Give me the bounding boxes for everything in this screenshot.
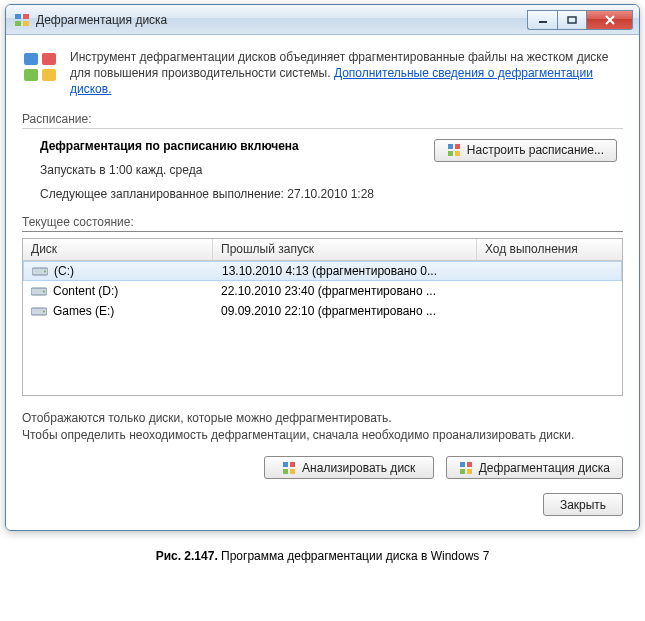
hint-block: Отображаются только диски, которые можно… — [22, 410, 623, 445]
drive-icon — [31, 305, 47, 317]
table-row[interactable]: Games (E:) 09.09.2010 22:10 (фрагментиро… — [23, 301, 622, 321]
analyze-button[interactable]: Анализировать диск — [264, 456, 434, 479]
disk-last-run: 13.10.2010 4:13 (фрагментировано 0... — [214, 264, 478, 278]
svg-rect-10 — [448, 144, 453, 149]
maximize-button[interactable] — [557, 10, 587, 30]
svg-rect-2 — [15, 21, 21, 26]
defrag-large-icon — [22, 49, 58, 85]
svg-point-17 — [43, 290, 45, 292]
svg-rect-9 — [42, 69, 56, 81]
svg-rect-12 — [448, 151, 453, 156]
table-row[interactable]: (C:) 13.10.2010 4:13 (фрагментировано 0.… — [23, 261, 622, 281]
disk-last-run: 22.10.2010 23:40 (фрагментировано ... — [213, 284, 477, 298]
intro-block: Инструмент дефрагментации дисков объедин… — [22, 49, 623, 98]
schedule-info: Дефрагментация по расписанию включена За… — [40, 139, 424, 211]
hint-line-1: Отображаются только диски, которые можно… — [22, 410, 623, 427]
intro-text: Инструмент дефрагментации дисков объедин… — [70, 49, 623, 98]
close-button[interactable] — [587, 10, 633, 30]
table-row[interactable]: Content (D:) 22.10.2010 23:40 (фрагменти… — [23, 281, 622, 301]
disk-name: Games (E:) — [53, 304, 114, 318]
svg-rect-24 — [460, 462, 465, 467]
action-row: Анализировать диск Дефрагментация диска — [22, 456, 623, 479]
svg-rect-21 — [290, 462, 295, 467]
analyze-label: Анализировать диск — [302, 461, 415, 475]
svg-rect-1 — [23, 14, 29, 19]
caption-label: Рис. 2.147. — [156, 549, 218, 563]
schedule-title: Дефрагментация по расписанию включена — [40, 139, 424, 153]
svg-rect-26 — [460, 469, 465, 474]
window-title: Дефрагментация диска — [36, 13, 527, 27]
svg-rect-7 — [42, 53, 56, 65]
svg-rect-13 — [455, 151, 460, 156]
configure-schedule-button[interactable]: Настроить расписание... — [434, 139, 617, 162]
client-area: Инструмент дефрагментации дисков объедин… — [6, 35, 639, 530]
svg-rect-3 — [23, 21, 29, 26]
svg-point-19 — [43, 310, 45, 312]
svg-rect-6 — [24, 53, 38, 65]
defrag-mini-icon — [447, 143, 461, 157]
schedule-run-line: Запускать в 1:00 кажд. среда — [40, 163, 424, 177]
svg-rect-11 — [455, 144, 460, 149]
defrag-label: Дефрагментация диска — [479, 461, 610, 475]
defrag-mini-icon — [459, 461, 473, 475]
svg-rect-5 — [568, 17, 576, 23]
hint-line-2: Чтобы определить неоходимость дефрагмент… — [22, 427, 623, 444]
defrag-button[interactable]: Дефрагментация диска — [446, 456, 623, 479]
figure-caption: Рис. 2.147. Программа дефрагментации дис… — [0, 549, 645, 563]
defrag-app-icon — [14, 12, 30, 28]
defrag-window: Дефрагментация диска — [5, 4, 640, 531]
close-dialog-button[interactable]: Закрыть — [543, 493, 623, 516]
disk-last-run: 09.09.2010 22:10 (фрагментировано ... — [213, 304, 477, 318]
svg-rect-25 — [467, 462, 472, 467]
col-header-disk[interactable]: Диск — [23, 239, 213, 260]
minimize-button[interactable] — [527, 10, 557, 30]
schedule-next-line: Следующее запланированное выполнение: 27… — [40, 187, 424, 201]
schedule-row: Дефрагментация по расписанию включена За… — [40, 139, 617, 211]
col-header-last[interactable]: Прошлый запуск — [213, 239, 477, 260]
drive-icon — [31, 285, 47, 297]
schedule-section-label: Расписание: — [22, 112, 623, 129]
svg-point-15 — [44, 270, 46, 272]
svg-rect-4 — [539, 21, 547, 23]
col-header-progress[interactable]: Ход выполнения — [477, 239, 622, 260]
svg-rect-27 — [467, 469, 472, 474]
svg-rect-20 — [283, 462, 288, 467]
disk-name: Content (D:) — [53, 284, 118, 298]
close-label: Закрыть — [560, 498, 606, 512]
svg-rect-23 — [290, 469, 295, 474]
disk-table: Диск Прошлый запуск Ход выполнения (C:) … — [22, 238, 623, 396]
svg-rect-22 — [283, 469, 288, 474]
configure-schedule-label: Настроить расписание... — [467, 143, 604, 157]
close-row: Закрыть — [22, 493, 623, 516]
table-header: Диск Прошлый запуск Ход выполнения — [23, 239, 622, 261]
caption-text: Программа дефрагментации диска в Windows… — [218, 549, 490, 563]
disk-name: (C:) — [54, 264, 74, 278]
svg-rect-8 — [24, 69, 38, 81]
table-body: (C:) 13.10.2010 4:13 (фрагментировано 0.… — [23, 261, 622, 321]
window-controls — [527, 10, 633, 30]
titlebar: Дефрагментация диска — [6, 5, 639, 35]
status-section-label: Текущее состояние: — [22, 215, 623, 232]
svg-rect-0 — [15, 14, 21, 19]
drive-icon — [32, 265, 48, 277]
defrag-mini-icon — [282, 461, 296, 475]
